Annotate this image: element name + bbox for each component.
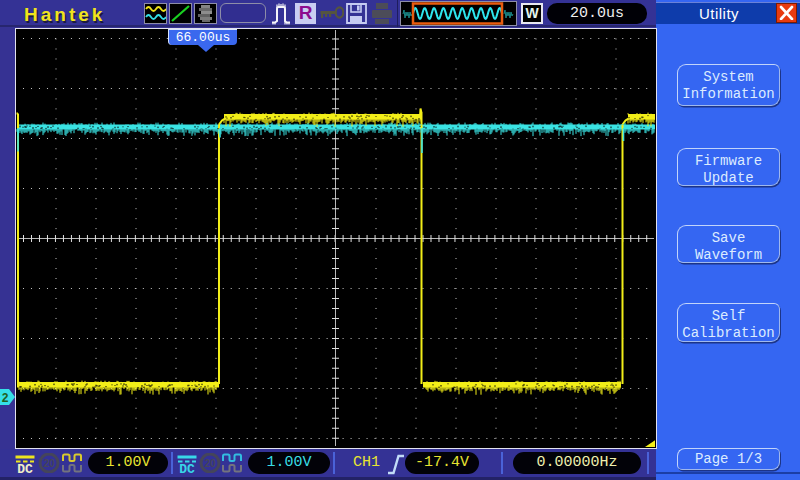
svg-text:20: 20 xyxy=(204,458,216,469)
svg-text:DC: DC xyxy=(179,462,195,475)
svg-text:2: 2 xyxy=(1,392,8,406)
svg-text:20: 20 xyxy=(43,458,55,469)
svg-text:DC: DC xyxy=(17,462,33,475)
